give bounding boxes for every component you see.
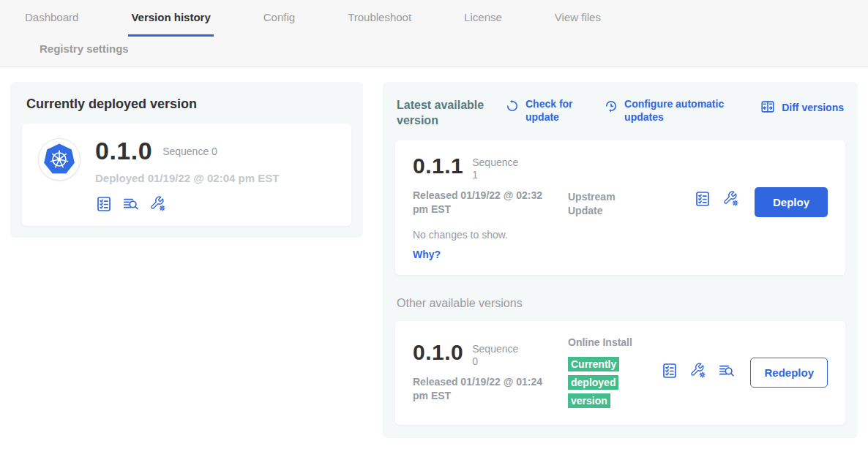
latest-version-card: 0.1.1 Sequence 1 Released 01/19/22 @ 02:…	[395, 140, 845, 275]
tab-view-files[interactable]: View files	[552, 11, 604, 37]
latest-version-title: Latest available version	[397, 98, 495, 129]
deploy-button[interactable]: Deploy	[755, 187, 828, 217]
other-version-card: 0.1.0 Sequence 0 Released 01/19/22 @ 01:…	[395, 321, 845, 425]
latest-released-timestamp: Released 01/19/22 @ 02:32 pm EST	[413, 189, 546, 217]
page-content: Currently deployed version	[0, 67, 868, 438]
other-released-timestamp: Released 01/19/22 @ 01:24 pm EST	[413, 375, 546, 404]
latest-panel-header: Latest available version Check for updat…	[397, 98, 844, 129]
preflight-checks-icon[interactable]	[661, 362, 678, 382]
nav-row-1: Dashboard Version history Config Trouble…	[22, 11, 868, 37]
deployed-version-number: 0.1.0	[95, 138, 152, 163]
other-source-label: Online Install	[568, 336, 635, 350]
tab-dashboard[interactable]: Dashboard	[22, 11, 81, 37]
edit-config-icon[interactable]	[149, 195, 167, 213]
preflight-checks-icon[interactable]	[95, 195, 113, 213]
other-versions-title: Other available versions	[397, 297, 844, 310]
deployed-version-card: 0.1.0 Sequence 0 Deployed 01/19/22 @ 02:…	[22, 124, 351, 226]
configure-automatic-updates-link[interactable]: Configure automatic updates	[604, 98, 740, 124]
preflight-checks-icon[interactable]	[694, 190, 711, 211]
diff-versions-link[interactable]: Diff versions	[760, 98, 844, 118]
edit-config-icon[interactable]	[722, 190, 740, 211]
kubernetes-logo	[38, 138, 81, 181]
currently-deployed-panel: Currently deployed version	[10, 82, 363, 238]
latest-sequence-label: Sequence 1	[472, 156, 520, 182]
deployed-version-meta: 0.1.0 Sequence 0 Deployed 01/19/22 @ 02:…	[95, 138, 279, 213]
configure-automatic-updates-label: Configure automatic updates	[624, 98, 740, 124]
latest-version-meta: 0.1.1 Sequence 1 Released 01/19/22 @ 02:…	[413, 155, 568, 217]
main-nav: Dashboard Version history Config Trouble…	[0, 0, 868, 67]
tab-registry-settings[interactable]: Registry settings	[37, 42, 868, 55]
deployed-sequence-label: Sequence 0	[162, 146, 217, 157]
latest-card-icons	[694, 190, 740, 211]
currently-deployed-title: Currently deployed version	[26, 97, 347, 112]
no-changes-text: No changes to show.	[413, 229, 828, 241]
other-card-icons	[661, 362, 736, 382]
other-sequence-label: Sequence 0	[472, 343, 520, 369]
check-for-update-link[interactable]: Check for update	[505, 98, 584, 124]
edit-config-icon[interactable]	[689, 362, 707, 382]
diff-versions-label: Diff versions	[782, 102, 844, 115]
schedule-update-icon	[604, 98, 618, 117]
currently-deployed-badge: Currently deployed version	[568, 355, 625, 410]
deploy-logs-icon[interactable]	[718, 362, 736, 382]
tab-troubleshoot[interactable]: Troubleshoot	[345, 11, 414, 37]
latest-source-label: Upstream Update	[568, 190, 635, 219]
tab-license[interactable]: License	[461, 11, 505, 37]
nav-row-2: Registry settings	[22, 37, 868, 67]
deploy-logs-icon[interactable]	[122, 195, 140, 213]
tab-config[interactable]: Config	[261, 11, 298, 37]
redeploy-button[interactable]: Redeploy	[750, 358, 828, 388]
latest-version-number: 0.1.1	[413, 155, 463, 177]
diff-icon	[760, 98, 776, 118]
latest-version-panel: Latest available version Check for updat…	[383, 82, 858, 438]
other-version-number: 0.1.0	[413, 341, 463, 363]
check-for-update-label: Check for update	[525, 98, 584, 124]
deployed-timestamp: Deployed 01/19/22 @ 02:04 pm EST	[95, 172, 279, 184]
why-link[interactable]: Why?	[413, 249, 828, 260]
refresh-arrow-icon	[505, 98, 520, 117]
other-version-meta: 0.1.0 Sequence 0 Released 01/19/22 @ 01:…	[413, 336, 568, 404]
tab-version-history[interactable]: Version history	[128, 11, 213, 37]
